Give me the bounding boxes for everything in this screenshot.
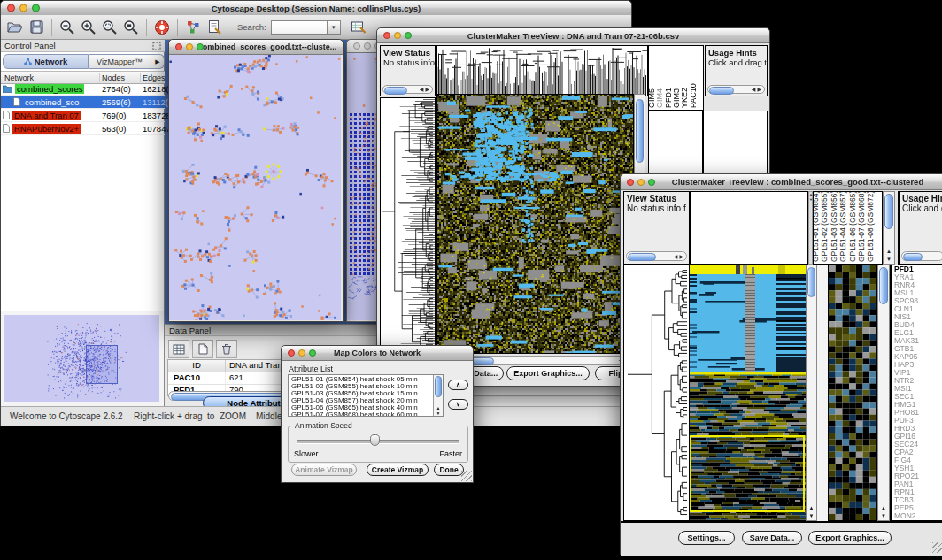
help-lifering-icon[interactable] xyxy=(151,18,173,37)
resize-grip[interactable] xyxy=(932,542,942,553)
gene-label[interactable]: MON2 xyxy=(892,512,942,520)
treeview2-titlebar[interactable]: ClusterMaker TreeView : combined_scores_… xyxy=(621,174,942,190)
search-dropdown-button[interactable]: ▼ xyxy=(328,20,341,35)
heatmap-canvas[interactable] xyxy=(437,95,633,353)
move-down-button[interactable]: ∨ xyxy=(448,399,468,410)
column-dendrogram-canvas[interactable] xyxy=(437,46,647,96)
column-header-id[interactable]: ID xyxy=(168,360,226,372)
tv2-usage-hscrollbar[interactable] xyxy=(901,251,942,261)
zoom-button[interactable] xyxy=(309,349,316,357)
tv1-status-hscrollbar[interactable]: ◀▶ xyxy=(382,85,433,94)
row-dendrogram-canvas[interactable] xyxy=(624,265,689,520)
float-panel-icon[interactable] xyxy=(152,38,161,54)
heatmap-column-label: GPL51-04 (GSM857) xyxy=(838,191,847,262)
network-name-cell: RNAPuberNov2+ xyxy=(1,122,100,134)
attribute-list-item[interactable]: GPL51-07 (GSM868) heat shock 60 min xyxy=(291,411,443,417)
network-list-item[interactable]: combined_scores2764(0)16218(0) xyxy=(1,82,165,96)
minimize-button[interactable] xyxy=(394,32,401,39)
close-button[interactable] xyxy=(353,42,360,50)
toolbar-separator xyxy=(177,19,178,36)
attribute-list-vscrollbar[interactable]: ▲▼ xyxy=(433,375,443,416)
tv2-heatmap-panel xyxy=(689,265,807,521)
minimize-button[interactable] xyxy=(298,349,305,357)
heatmap-column-label: GPL51-08 (GSM872) xyxy=(866,191,875,262)
tab-network[interactable]: Network xyxy=(3,54,89,69)
minimize-button[interactable] xyxy=(637,179,645,186)
zoom-button[interactable] xyxy=(32,4,40,12)
heatmap-column-label: GPL51-06 (GSM865) xyxy=(848,191,857,262)
tv2-button-export-graphics[interactable]: Export Graphics... xyxy=(808,531,892,545)
treeview1-titlebar[interactable]: ClusterMaker TreeView : DNA and Tran 07-… xyxy=(377,28,769,43)
network-list-item[interactable]: RNAPuberNov2+563(0)107847(0) xyxy=(1,122,165,135)
close-button[interactable] xyxy=(383,32,390,39)
open-session-button[interactable] xyxy=(4,18,26,37)
row-id: PAC10 xyxy=(168,372,226,384)
tab-vizmapper[interactable]: VizMapper™ xyxy=(89,54,151,69)
minimize-button[interactable] xyxy=(19,4,27,12)
zoom-button[interactable] xyxy=(197,43,204,50)
tv2-zoom-vscrollbar[interactable]: ▲▼ xyxy=(877,265,890,521)
tv2-button-save-data[interactable]: Save Data... xyxy=(742,531,802,545)
control-panel-title: Control Panel xyxy=(4,41,56,50)
tv1-view-status-panel: View Status No status info f ◀▶ xyxy=(380,45,436,96)
dialog-button-create-vizmap[interactable]: Create Vizmap xyxy=(367,464,429,476)
close-button[interactable] xyxy=(7,4,15,12)
save-session-button[interactable] xyxy=(26,18,47,37)
tv2-row-dendrogram-panel xyxy=(623,265,690,521)
tv2-collabels-vscrollbar[interactable]: ▲▼ xyxy=(883,191,895,265)
heatmap-column-label: YKE2 xyxy=(680,88,689,108)
resize-grip[interactable] xyxy=(461,471,472,481)
delete-attribute-button[interactable] xyxy=(216,340,237,358)
zoom-button[interactable] xyxy=(405,32,412,39)
data-panel-title: Data Panel xyxy=(169,326,211,335)
zoom-heatmap-canvas[interactable] xyxy=(829,265,876,520)
network-graphic-button[interactable] xyxy=(182,18,204,37)
search-input[interactable] xyxy=(271,20,328,35)
network-overview-panel xyxy=(1,311,164,406)
network-name: combined_scores xyxy=(15,84,84,94)
network-view-window: combined_scores_good.txt--cluste... xyxy=(168,39,344,322)
close-button[interactable] xyxy=(288,349,295,357)
tv2-column-labels-panel: GPL51-01 (GSM854)GPL51-02 (GSM855)GPL51-… xyxy=(813,191,883,265)
tv2-button-settings[interactable]: Settings... xyxy=(678,531,735,545)
speed-slider-thumb[interactable] xyxy=(370,434,380,446)
move-up-button[interactable]: ∧ xyxy=(448,380,468,390)
heatmap-canvas[interactable] xyxy=(690,265,806,520)
heatmap-column-label: GIM4 xyxy=(655,88,664,108)
close-button[interactable] xyxy=(175,43,182,50)
network-list-item[interactable]: DNA and Tran 07769(0)183728(0) xyxy=(1,109,165,122)
tv2-column-dendrogram-panel xyxy=(690,191,808,265)
close-button[interactable] xyxy=(627,179,634,186)
animation-speed-label: Animation Speed xyxy=(292,421,355,430)
dialog-titlebar[interactable]: Map Colors to Network xyxy=(282,346,473,361)
tab-overflow-button[interactable]: ▶ xyxy=(151,54,165,69)
zoom-button[interactable] xyxy=(648,179,655,186)
zoom-in-button[interactable] xyxy=(78,18,99,37)
network-overview-canvas[interactable] xyxy=(4,315,159,402)
tv1-usage-hscrollbar[interactable]: ◀▶ xyxy=(707,85,765,94)
status-message: Welcome to Cytoscape 2.6.2 xyxy=(10,411,123,421)
table-import-button[interactable] xyxy=(348,18,369,37)
dialog-button-done[interactable]: Done xyxy=(434,464,464,476)
select-attributes-button[interactable] xyxy=(168,340,189,358)
network-window-titlebar[interactable]: combined_scores_good.txt--cluste... xyxy=(169,40,343,55)
zoom-out-button[interactable] xyxy=(57,18,78,37)
network-name-cell: combined_sco xyxy=(1,96,100,108)
tv2-heatmap-vscrollbar[interactable]: ▲▼ xyxy=(806,265,817,521)
tv2-status-hscrollbar[interactable]: ◀▶ xyxy=(626,251,687,261)
annotation-button[interactable] xyxy=(204,18,225,37)
row-dendrogram-canvas[interactable] xyxy=(381,98,435,353)
tv1-button-export-graphics[interactable]: Export Graphics... xyxy=(506,366,590,380)
network-list-item[interactable]: combined_sco2569(6)13112(15) xyxy=(1,96,165,109)
heatmap-column-label: GPL51-07 (GSM868) xyxy=(857,191,866,262)
zoom-selected-button[interactable] xyxy=(99,18,120,37)
main-titlebar[interactable]: Cytoscape Desktop (Session Name: collins… xyxy=(1,1,631,16)
minimize-button[interactable] xyxy=(186,43,193,50)
attribute-listbox: GPL51-01 (GSM854) heat shock 05 minGPL51… xyxy=(288,374,444,417)
network-canvas[interactable] xyxy=(169,55,341,320)
network-nodes-count: 2764(0) xyxy=(100,84,141,94)
minimize-button[interactable] xyxy=(364,42,371,50)
heatmap-column-label: GPL51-01 (GSM854) xyxy=(813,191,820,262)
zoom-fit-button[interactable] xyxy=(120,18,142,37)
create-attribute-button[interactable] xyxy=(192,340,213,358)
